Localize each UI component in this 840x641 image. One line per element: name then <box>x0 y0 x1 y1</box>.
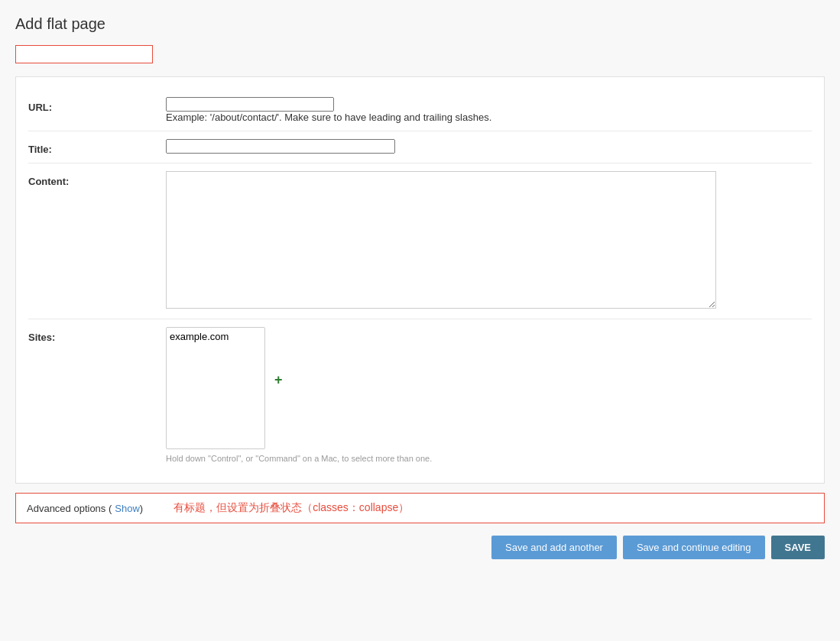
sites-option-example[interactable]: example.com <box>170 331 261 343</box>
url-field: Example: '/about/contact/'. Make sure to… <box>166 97 812 123</box>
advanced-label: Advanced options ( <box>27 503 112 514</box>
advanced-options-section: Advanced options ( Show ) 有标题，但设置为折叠状态（c… <box>15 493 825 523</box>
url-row: URL: Example: '/about/contact/'. Make su… <box>28 89 812 131</box>
sites-label: Sites: <box>28 327 166 343</box>
content-textarea[interactable] <box>166 171 716 309</box>
form-container: URL: Example: '/about/contact/'. Make su… <box>15 76 825 484</box>
title-label: Title: <box>28 139 166 155</box>
sites-select[interactable]: example.com <box>166 327 265 449</box>
advanced-show-link[interactable]: Show <box>115 503 140 514</box>
submit-row: Save and add another Save and continue e… <box>15 523 825 559</box>
url-label: URL: <box>28 97 166 113</box>
error-list <box>15 45 153 63</box>
page-title: Add flat page <box>15 15 825 33</box>
url-input[interactable] <box>166 97 334 112</box>
url-help-text: Example: '/about/contact/'. Make sure to… <box>166 112 812 123</box>
content-field <box>166 171 812 311</box>
content-row: Content: <box>28 163 812 319</box>
sites-row: Sites: example.com + Hold down "Control"… <box>28 319 812 471</box>
sites-controls: example.com + <box>166 327 812 449</box>
save-continue-button[interactable]: Save and continue editing <box>623 536 765 559</box>
save-button[interactable]: SAVE <box>771 536 825 559</box>
save-add-another-button[interactable]: Save and add another <box>491 536 617 559</box>
sites-help-text: Hold down "Control", or "Command" on a M… <box>166 454 812 463</box>
title-field <box>166 139 812 154</box>
advanced-annotation: 有标题，但设置为折叠状态（classes：collapse） <box>174 501 409 515</box>
advanced-label-end: ) <box>140 503 143 514</box>
title-input[interactable] <box>166 139 395 154</box>
sites-field: example.com + Hold down "Control", or "C… <box>166 327 812 463</box>
content-label: Content: <box>28 171 166 187</box>
sites-add-icon[interactable]: + <box>274 373 283 387</box>
title-row: Title: <box>28 131 812 163</box>
